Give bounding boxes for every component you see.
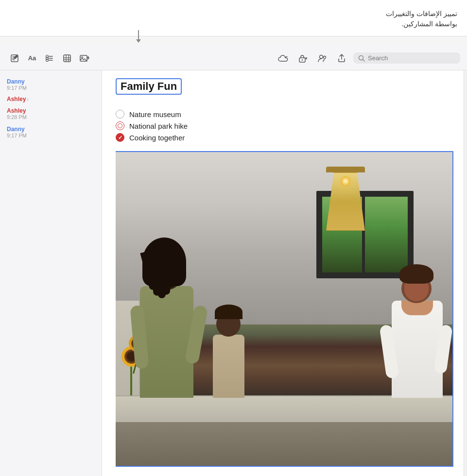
toolbar-right: ▾	[276, 51, 460, 66]
svg-point-17	[324, 56, 326, 58]
sidebar-item-ashley-2[interactable]: Ashley 9:28 PM	[0, 104, 102, 123]
sidebar-user-ashley-2: Ashley	[7, 107, 95, 114]
sidebar-item-ashley-1[interactable]: Ashley ›	[0, 94, 102, 104]
floor	[116, 422, 452, 466]
search-input[interactable]	[368, 54, 455, 62]
sidebar-time-ashley-2: 9:28 PM	[7, 114, 95, 120]
main-content: Danny 9:17 PM Ashley › Ashley 9:28 PM Da…	[0, 70, 467, 476]
tooltip-pointer	[138, 30, 139, 40]
toolbar: Aa	[0, 46, 467, 70]
toolbar-left: Aa	[7, 51, 274, 66]
search-box[interactable]	[353, 52, 460, 64]
svg-point-16	[320, 55, 323, 58]
checklist-button[interactable]	[42, 51, 57, 66]
tooltip-overlay: تمييز الإضافات والتغييرات بواسطة المشارك…	[0, 0, 467, 36]
photo-image	[116, 152, 452, 466]
checklist-label-3: Cooking together	[129, 134, 185, 142]
tooltip-text: تمييز الإضافات والتغييرات بواسطة المشارك…	[10, 9, 457, 29]
checklist-item-1[interactable]: Nature museum	[116, 108, 453, 120]
person-man	[140, 286, 193, 398]
sidebar-time-danny-1: 9:17 PM	[7, 85, 95, 91]
collaboration-button[interactable]	[314, 51, 330, 66]
checklist: Nature museum National park hike Cooking…	[116, 108, 453, 143]
lamp	[326, 167, 365, 231]
sidebar-item-danny-1[interactable]: Danny 9:17 PM	[0, 75, 102, 94]
sidebar-user-ashley-1: Ashley	[7, 96, 26, 102]
compose-button[interactable]	[7, 51, 22, 66]
note-scrollbar[interactable]	[463, 70, 467, 476]
person-woman	[392, 301, 443, 398]
checklist-item-3[interactable]: Cooking together	[116, 132, 453, 143]
sidebar: Danny 9:17 PM Ashley › Ashley 9:28 PM Da…	[0, 70, 102, 476]
checkbox-2[interactable]	[116, 121, 124, 130]
lock-button[interactable]: ▾	[295, 51, 311, 66]
checklist-item-2[interactable]: National park hike	[116, 120, 453, 132]
sidebar-user-danny-2: Danny	[7, 126, 95, 133]
checklist-label-1: Nature museum	[129, 110, 181, 119]
photo-container	[116, 151, 453, 467]
checkbox-3[interactable]	[116, 133, 124, 142]
person-girl	[213, 335, 244, 398]
note-editor[interactable]: Family Fun Nature museum National park h…	[102, 70, 467, 476]
sidebar-user-danny-1: Danny	[7, 78, 95, 85]
chevron-right-icon: ›	[27, 96, 29, 102]
checkbox-1[interactable]	[116, 110, 124, 119]
svg-point-13	[82, 56, 83, 58]
lamp-bulb	[341, 176, 350, 186]
checklist-label-2: National park hike	[129, 122, 188, 130]
svg-point-15	[301, 59, 302, 60]
svg-line-19	[363, 59, 365, 61]
note-inner: Family Fun Nature museum National park h…	[102, 70, 467, 476]
format-text-button[interactable]: Aa	[24, 51, 40, 66]
table-button[interactable]	[59, 51, 75, 66]
search-icon	[358, 55, 365, 62]
svg-rect-7	[64, 55, 70, 62]
note-title: Family Fun	[116, 78, 182, 95]
sidebar-item-danny-2[interactable]: Danny 9:17 PM	[0, 123, 102, 141]
lamp-shade	[326, 172, 365, 231]
lamp-mount	[326, 167, 365, 172]
icloud-button[interactable]	[276, 51, 291, 66]
counter	[116, 395, 452, 422]
media-button[interactable]	[77, 51, 92, 66]
sidebar-time-danny-2: 9:17 PM	[7, 133, 95, 138]
share-button[interactable]	[334, 51, 349, 66]
